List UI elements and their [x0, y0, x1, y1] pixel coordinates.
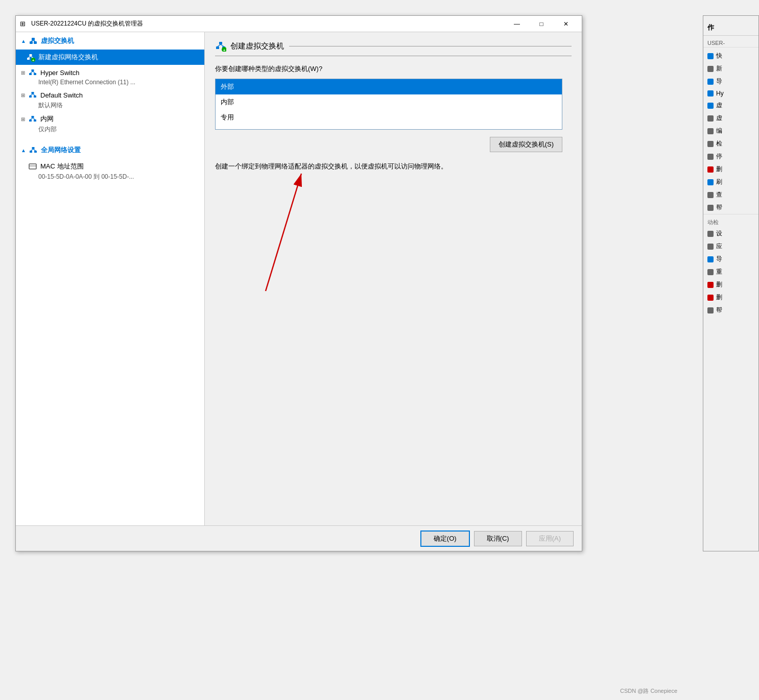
maximize-button[interactable]: □: [530, 16, 553, 32]
svg-rect-7: [30, 54, 32, 56]
svg-rect-17: [29, 95, 32, 98]
auto-item-2[interactable]: 导: [703, 253, 758, 265]
svg-rect-19: [32, 92, 34, 94]
sidebar-section-global[interactable]: ▲ 全局网络设置: [16, 141, 204, 159]
minimize-button[interactable]: —: [505, 16, 529, 32]
default-switch-icon: [28, 90, 37, 100]
svg-line-9: [31, 56, 33, 58]
action-item-1[interactable]: 新: [703, 62, 758, 75]
action-item-7[interactable]: 检: [703, 137, 758, 150]
app-icon: ⊞: [20, 20, 28, 28]
sidebar-section-label: 虚拟交换机: [41, 36, 74, 45]
action-item-8[interactable]: 停: [703, 150, 758, 163]
hyper-switch-icon: [28, 68, 37, 77]
create-panel-icon: +: [215, 40, 226, 52]
mac-range-sub: 00-15-5D-0A-0A-00 到 00-15-5D-...: [16, 171, 204, 183]
sidebar-section-virtual-switch[interactable]: ▲ 虚拟交换机: [16, 32, 204, 50]
auto-item-0[interactable]: 设: [703, 227, 758, 240]
svg-rect-2: [32, 38, 35, 40]
action-item-5[interactable]: 虚: [703, 112, 758, 125]
svg-rect-18: [34, 95, 36, 98]
mac-range-row[interactable]: MAC 地址范围: [16, 159, 204, 171]
close-button[interactable]: ✕: [554, 16, 578, 32]
expand-icon[interactable]: ⊞: [21, 70, 28, 76]
create-panel-header: + 创建虚拟交换机: [215, 40, 572, 56]
svg-line-8: [29, 56, 31, 58]
svg-line-37: [218, 44, 221, 46]
action-item-2[interactable]: 导: [703, 75, 758, 88]
action-item-6[interactable]: 编: [703, 125, 758, 137]
expand-icon-2[interactable]: ⊞: [21, 92, 28, 98]
svg-line-16: [33, 71, 35, 73]
action-item-10[interactable]: 刷: [703, 176, 758, 188]
sidebar-item-new[interactable]: + 新建虚拟网络交换机: [16, 50, 204, 65]
svg-text:+: +: [32, 58, 35, 62]
new-switch-icon: +: [26, 53, 35, 62]
auto-item-4[interactable]: 删: [703, 278, 758, 291]
svg-line-26: [33, 118, 35, 119]
type-external[interactable]: 外部: [216, 79, 562, 94]
svg-rect-29: [32, 147, 34, 149]
svg-line-25: [31, 118, 33, 119]
type-question: 你要创建哪种类型的虚拟交换机(W)?: [215, 64, 572, 74]
title-bar: ⊞ USER-20221224CU 的虚拟交换机管理器 — □ ✕: [16, 16, 582, 32]
title-controls: — □ ✕: [505, 16, 578, 32]
svg-line-3: [31, 40, 33, 41]
svg-rect-14: [32, 69, 34, 71]
apply-button[interactable]: 应用(A): [526, 531, 574, 546]
type-internal[interactable]: 内部: [216, 94, 562, 110]
main-content: ▲ 虚拟交换机 +: [16, 32, 582, 525]
svg-line-38: [221, 44, 224, 46]
action-panel: 作 USER- 快 新 导 Hy 虚 虚 编 检 停 删 刷: [703, 15, 759, 551]
svg-line-31: [33, 149, 36, 151]
create-panel-title: 创建虚拟交换机: [230, 41, 284, 51]
svg-rect-1: [34, 41, 37, 44]
sidebar: ▲ 虚拟交换机 +: [16, 32, 205, 525]
global-section-icon: [29, 146, 38, 155]
svg-rect-22: [29, 119, 32, 122]
auto-section-label: 动检: [703, 214, 758, 227]
action-item-0[interactable]: 快: [703, 50, 758, 62]
intranet-label: 内网: [40, 114, 54, 124]
action-item-3[interactable]: Hy: [703, 88, 758, 99]
intranet-row[interactable]: ⊞ 内网: [16, 111, 204, 124]
auto-item-6[interactable]: 帮: [703, 304, 758, 317]
watermark: CSDN @路 Conepiece: [620, 687, 677, 695]
svg-line-4: [33, 40, 35, 41]
svg-rect-0: [30, 41, 33, 44]
chevron-icon-2: ▲: [21, 148, 26, 153]
svg-rect-34: [216, 46, 219, 49]
expand-icon-3[interactable]: ⊞: [21, 116, 28, 122]
svg-line-20: [31, 94, 33, 95]
action-item-9[interactable]: 删: [703, 163, 758, 176]
cancel-button[interactable]: 取消(C): [474, 531, 522, 546]
action-item-11[interactable]: 查: [703, 188, 758, 201]
default-switch-label: Default Switch: [40, 91, 83, 99]
default-switch-row[interactable]: ⊞ Default Switch: [16, 87, 204, 100]
svg-rect-5: [27, 58, 30, 60]
svg-rect-36: [219, 42, 222, 44]
auto-item-3[interactable]: 重: [703, 265, 758, 278]
create-switch-button[interactable]: 创建虚拟交换机(S): [490, 137, 562, 152]
svg-rect-12: [29, 73, 32, 75]
svg-rect-23: [34, 119, 36, 122]
auto-item-1[interactable]: 应: [703, 240, 758, 253]
switch-type-listbox[interactable]: 外部 内部 专用: [215, 79, 562, 130]
action-panel-title: 作: [703, 20, 758, 36]
action-item-4[interactable]: 虚: [703, 99, 758, 112]
ok-button[interactable]: 确定(O): [420, 530, 470, 547]
hyper-switch-label: Hyper Switch: [40, 69, 80, 77]
type-private[interactable]: 专用: [216, 110, 562, 125]
network-section-icon: [29, 36, 38, 45]
action-user-label: USER-: [703, 39, 758, 47]
right-panel: + 创建虚拟交换机 你要创建哪种类型的虚拟交换机(W)? 外部 内部 专用 创建…: [205, 32, 582, 525]
default-switch-sub: 默认网络: [16, 100, 204, 111]
svg-rect-32: [29, 164, 36, 169]
hyper-switch-row[interactable]: ⊞ Hyper Switch: [16, 65, 204, 77]
action-item-12[interactable]: 帮: [703, 201, 758, 214]
svg-line-21: [33, 94, 35, 95]
auto-item-5[interactable]: 删: [703, 291, 758, 304]
create-btn-row: 创建虚拟交换机(S): [215, 137, 562, 152]
bottom-bar: 确定(O) 取消(C) 应用(A): [16, 525, 582, 551]
svg-line-30: [31, 149, 33, 151]
